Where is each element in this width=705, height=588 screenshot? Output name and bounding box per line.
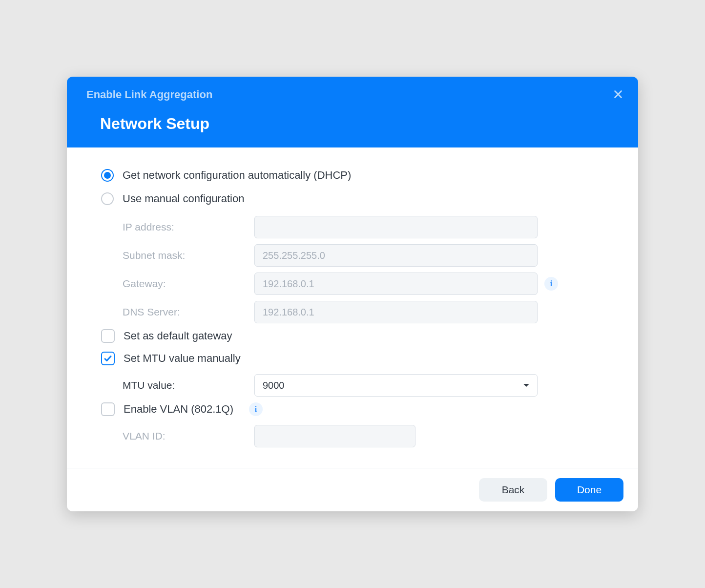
mtu-group: MTU value: 9000: [123, 374, 609, 397]
done-button[interactable]: Done: [555, 478, 623, 502]
radio-label: Use manual configuration: [123, 192, 244, 205]
checkbox-icon: [101, 352, 115, 365]
vlan-group: VLAN ID:: [123, 425, 609, 447]
subnet-mask-label: Subnet mask:: [123, 250, 254, 261]
wizard-title: Enable Link Aggregation: [86, 88, 619, 101]
set-default-gateway-checkbox[interactable]: Set as default gateway: [101, 329, 609, 343]
checkbox-icon: [101, 329, 115, 343]
checkbox-icon: [101, 402, 115, 416]
chevron-down-icon: [523, 384, 529, 387]
dialog-header: Enable Link Aggregation Network Setup: [67, 77, 638, 147]
subnet-mask-input[interactable]: [254, 244, 538, 267]
back-button[interactable]: Back: [479, 478, 547, 502]
close-icon[interactable]: [613, 88, 623, 102]
dialog-footer: Back Done: [67, 468, 638, 511]
info-icon[interactable]: i: [249, 402, 263, 416]
dns-server-label: DNS Server:: [123, 306, 254, 318]
enable-vlan-checkbox[interactable]: Enable VLAN (802.1Q) i: [101, 402, 609, 416]
radio-icon: [101, 169, 114, 182]
dialog-body: Get network configuration automatically …: [67, 147, 638, 468]
dns-server-input[interactable]: [254, 301, 538, 323]
ip-address-label: IP address:: [123, 221, 254, 233]
checkbox-label: Enable VLAN (802.1Q): [124, 403, 233, 416]
radio-label: Get network configuration automatically …: [123, 169, 351, 182]
mtu-value-label: MTU value:: [123, 379, 254, 391]
vlan-id-input[interactable]: [254, 425, 415, 447]
checkbox-label: Set as default gateway: [124, 330, 232, 342]
dialog: Enable Link Aggregation Network Setup Ge…: [67, 77, 638, 511]
mtu-value-text: 9000: [263, 380, 285, 391]
radio-icon: [101, 192, 114, 205]
set-mtu-manually-checkbox[interactable]: Set MTU value manually: [101, 352, 609, 365]
gateway-input[interactable]: [254, 273, 538, 295]
radio-option-manual[interactable]: Use manual configuration: [101, 192, 609, 205]
vlan-id-label: VLAN ID:: [123, 430, 254, 442]
gateway-label: Gateway:: [123, 278, 254, 290]
checkbox-label: Set MTU value manually: [124, 352, 241, 365]
page-title: Network Setup: [100, 115, 619, 133]
ip-address-input[interactable]: [254, 216, 538, 238]
radio-option-dhcp[interactable]: Get network configuration automatically …: [101, 169, 609, 182]
mtu-value-select[interactable]: 9000: [254, 374, 538, 397]
info-icon[interactable]: i: [544, 277, 558, 291]
manual-config-group: IP address: Subnet mask: Gateway: i DNS …: [123, 216, 609, 323]
